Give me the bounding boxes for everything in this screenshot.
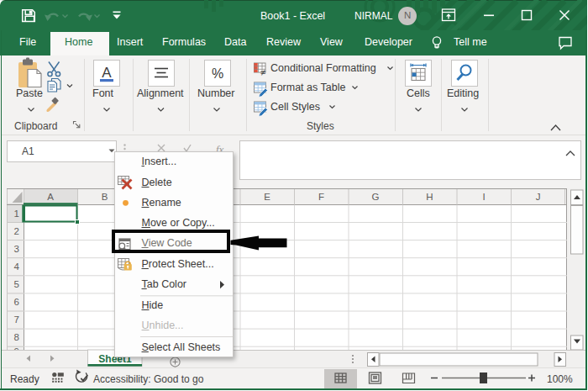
svg-text:I: I	[482, 192, 485, 202]
svg-text:8: 8	[14, 332, 19, 342]
svg-text:2: 2	[14, 226, 19, 236]
svg-text:4: 4	[14, 262, 20, 272]
svg-text:≠: ≠	[260, 67, 265, 77]
svg-text:A: A	[47, 192, 54, 202]
svg-text:%: %	[212, 66, 223, 81]
svg-text:J: J	[536, 192, 541, 202]
svg-text:E: E	[264, 192, 270, 202]
svg-text:B: B	[102, 192, 108, 202]
svg-text:G: G	[372, 192, 380, 202]
svg-text:5: 5	[14, 279, 19, 289]
svg-text:3: 3	[14, 244, 19, 254]
svg-text:1: 1	[14, 209, 19, 219]
svg-text:A: A	[102, 65, 112, 81]
svg-text:H: H	[426, 192, 433, 202]
svg-text:7: 7	[14, 314, 19, 325]
svg-text:6: 6	[14, 297, 19, 307]
svg-text:F: F	[318, 192, 324, 202]
